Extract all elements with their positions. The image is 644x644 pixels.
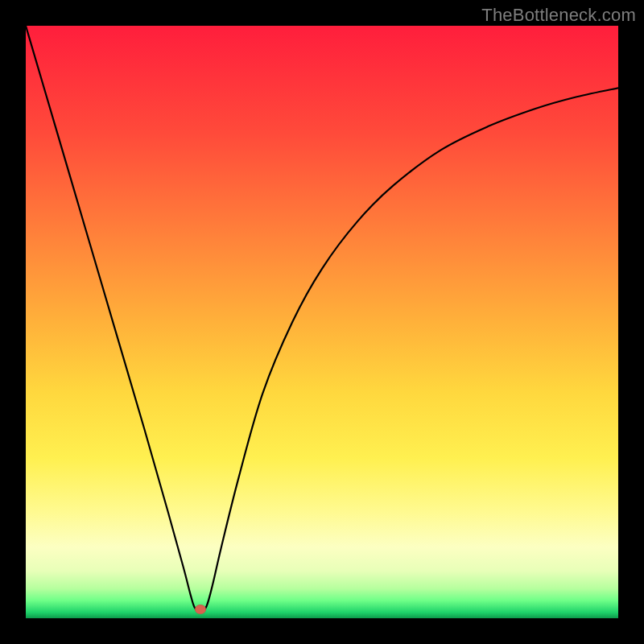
watermark-text: TheBottleneck.com xyxy=(481,5,636,26)
plot-area xyxy=(26,26,618,618)
optimal-point-marker xyxy=(195,605,206,614)
bottleneck-curve xyxy=(26,26,618,618)
chart-frame: TheBottleneck.com xyxy=(0,0,644,644)
curve-path xyxy=(26,26,618,613)
